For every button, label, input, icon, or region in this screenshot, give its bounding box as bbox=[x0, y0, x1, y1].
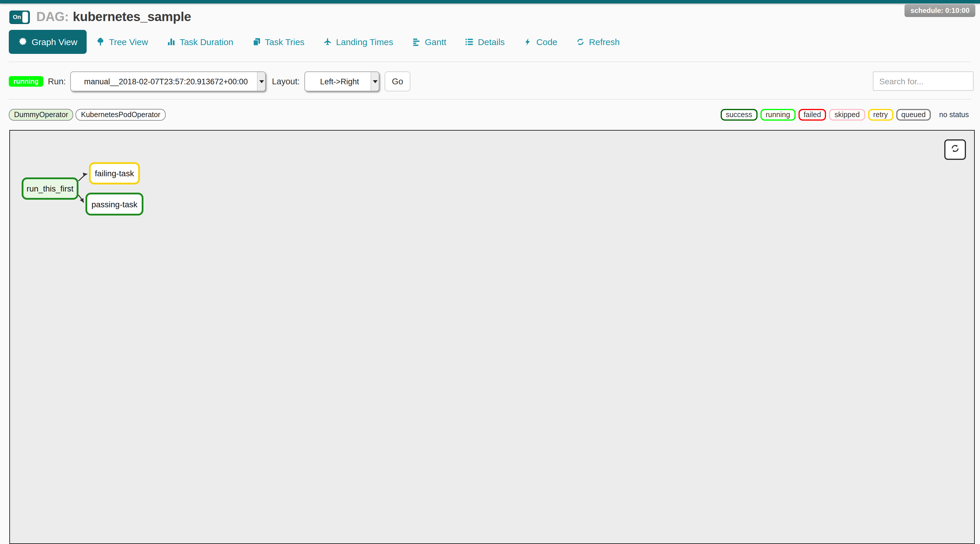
search-input[interactable] bbox=[873, 72, 974, 91]
go-button[interactable]: Go bbox=[385, 72, 410, 91]
airflow-dag-page: On DAG:kubernetes_sample schedule: 0:10:… bbox=[0, 0, 980, 544]
tab-refresh[interactable]: Refresh bbox=[567, 30, 629, 54]
run-label: Run: bbox=[48, 77, 66, 86]
state-badge-running: running bbox=[760, 109, 795, 121]
dag-name: kubernetes_sample bbox=[73, 10, 191, 24]
tab-code[interactable]: Code bbox=[514, 30, 567, 54]
tab-details[interactable]: Details bbox=[456, 30, 514, 54]
list-icon bbox=[465, 38, 474, 46]
layout-label: Layout: bbox=[272, 77, 300, 86]
plane-icon bbox=[323, 38, 332, 46]
run-select[interactable]: manual__2018-02-07T23:57:20.913672+00:00 bbox=[70, 72, 266, 91]
run-select-value: manual__2018-02-07T23:57:20.913672+00:00 bbox=[71, 77, 257, 86]
view-tabs: Graph View Tree View Task Duration Task … bbox=[9, 30, 629, 54]
tab-graph-view[interactable]: Graph View bbox=[9, 30, 87, 54]
divider bbox=[9, 62, 971, 62]
task-node-passing-task[interactable]: passing-task bbox=[86, 192, 143, 215]
tab-task-tries[interactable]: Task Tries bbox=[243, 30, 314, 54]
align-left-icon bbox=[412, 38, 421, 46]
tab-gantt[interactable]: Gantt bbox=[402, 30, 455, 54]
divider bbox=[9, 99, 971, 100]
dag-edges bbox=[10, 130, 974, 543]
run-controls: running Run: manual__2018-02-07T23:57:20… bbox=[9, 72, 410, 91]
refresh-graph-button[interactable] bbox=[944, 139, 966, 160]
state-badge-retry: retry bbox=[868, 109, 893, 121]
dag-prefix-label: DAG: bbox=[36, 10, 69, 24]
state-badge-queued: queued bbox=[896, 109, 931, 121]
toggle-on-label: On bbox=[13, 14, 21, 20]
state-badge-no-status: no status bbox=[934, 109, 974, 121]
toggle-handle[interactable] bbox=[22, 11, 28, 22]
tab-label: Code bbox=[536, 37, 557, 47]
task-node-run-this-first[interactable]: run_this_first bbox=[22, 177, 78, 200]
tab-tree-view[interactable]: Tree View bbox=[87, 30, 157, 54]
tab-label: Task Duration bbox=[180, 37, 233, 47]
tab-label: Landing Times bbox=[336, 37, 393, 47]
edge-run-to-passing bbox=[78, 195, 84, 203]
tab-label: Task Tries bbox=[265, 37, 304, 47]
operator-badge-dummy: DummyOperator bbox=[9, 109, 73, 121]
certificate-icon bbox=[18, 37, 27, 46]
tab-landing-times[interactable]: Landing Times bbox=[314, 30, 402, 54]
legend-row: DummyOperator KubernetesPodOperator succ… bbox=[9, 109, 974, 121]
run-state-badge: running bbox=[9, 76, 43, 87]
tab-label: Tree View bbox=[109, 37, 148, 47]
refresh-icon bbox=[950, 143, 960, 156]
bar-chart-icon bbox=[167, 38, 176, 46]
tab-task-duration[interactable]: Task Duration bbox=[158, 30, 243, 54]
operator-badge-kubernetespod: KubernetesPodOperator bbox=[76, 109, 165, 121]
copy-icon bbox=[252, 38, 261, 46]
state-badge-success: success bbox=[721, 109, 757, 121]
refresh-icon bbox=[576, 38, 585, 46]
dag-on-off-toggle[interactable]: On bbox=[10, 10, 30, 24]
layout-select[interactable]: Left->Right bbox=[304, 72, 379, 91]
page-title: DAG:kubernetes_sample bbox=[36, 10, 191, 25]
graph-canvas[interactable]: run_this_first failing-task passing-task bbox=[10, 130, 975, 544]
layout-select-value: Left->Right bbox=[305, 77, 371, 86]
state-legend: success running failed skipped retry que… bbox=[721, 109, 974, 121]
tab-label: Details bbox=[478, 37, 505, 47]
bolt-icon bbox=[523, 38, 532, 46]
edge-run-to-failing bbox=[78, 174, 87, 181]
state-badge-failed: failed bbox=[798, 109, 826, 121]
chevron-down-icon bbox=[371, 72, 379, 91]
header: On DAG:kubernetes_sample bbox=[10, 10, 191, 25]
top-navbar bbox=[0, 0, 980, 3]
tab-label: Refresh bbox=[589, 37, 620, 47]
tab-label: Gantt bbox=[425, 37, 446, 47]
tab-label: Graph View bbox=[32, 37, 77, 47]
operator-legend: DummyOperator KubernetesPodOperator bbox=[9, 109, 165, 121]
task-node-failing-task[interactable]: failing-task bbox=[89, 162, 140, 185]
chevron-down-icon bbox=[257, 72, 266, 91]
schedule-badge: schedule: 0:10:00 bbox=[905, 4, 975, 17]
tree-icon bbox=[96, 38, 105, 46]
state-badge-skipped: skipped bbox=[829, 109, 865, 121]
